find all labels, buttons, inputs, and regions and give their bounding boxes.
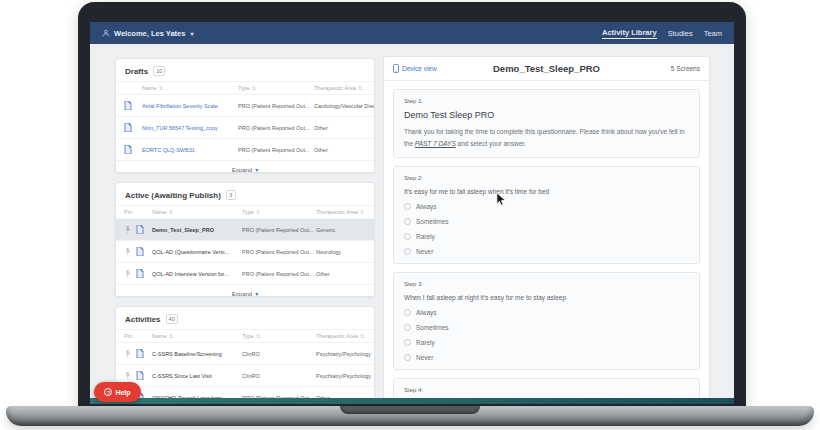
nav-links: Activity Library Studies Team: [602, 28, 722, 39]
welcome-text: Welcome, Les Yates: [114, 29, 185, 38]
radio-icon[interactable]: [404, 354, 411, 361]
activities-table-header: Pin Name⇅ Type⇅ Therapeutic Area⇅: [116, 329, 374, 342]
radio-icon[interactable]: [404, 248, 411, 255]
activity-name-link[interactable]: Atrial Fibrillation Severity Scale: [142, 103, 238, 109]
step-2-card: Step 2: It's easy for me to fall asleep …: [393, 166, 700, 264]
activity-name-link[interactable]: EORTC QLQ-SWB31: [142, 147, 238, 153]
activity-therapeutic-area: Other: [314, 147, 366, 153]
radio-icon[interactable]: [404, 203, 411, 210]
radio-icon[interactable]: [404, 339, 411, 346]
activity-therapeutic-area: Other: [316, 271, 366, 277]
col-therapeutic-area[interactable]: Therapeutic Area⇅: [314, 85, 366, 91]
radio-icon[interactable]: [404, 233, 411, 240]
drafts-table-header: Name⇅ Type⇅ Therapeutic Area⇅: [116, 81, 374, 94]
activity-name[interactable]: C-SSRS Baseline/Screening: [152, 351, 242, 357]
col-name[interactable]: Name⇅: [152, 333, 242, 339]
chevron-down-icon: ▾: [255, 166, 258, 173]
radio-icon[interactable]: [404, 309, 411, 316]
activity-type: PRO (Patient Reported Out...: [238, 147, 314, 153]
col-name[interactable]: Name⇅: [152, 209, 242, 215]
document-icon: [124, 123, 142, 132]
pin-icon[interactable]: [124, 270, 136, 278]
pin-icon[interactable]: [124, 248, 136, 256]
activity-name[interactable]: QOL-AD (Questionnaire Versi...: [152, 249, 242, 255]
activity-therapeutic-area: Neurology: [316, 249, 366, 255]
activities-count-badge: 40: [166, 314, 178, 324]
page: Welcome, Les Yates ▾ Activity Library St…: [0, 0, 820, 430]
col-name[interactable]: Name⇅: [142, 85, 238, 91]
device-view-button[interactable]: Device view: [393, 64, 493, 74]
active-title-row: Active (Awaiting Publish) 3: [116, 183, 374, 205]
activity-name[interactable]: QOL-AD Interview Version for...: [152, 271, 242, 277]
options-group: Always Sometimes Rarely Never: [404, 203, 689, 255]
user-menu[interactable]: Welcome, Les Yates ▾: [102, 29, 193, 38]
document-icon: [136, 225, 152, 234]
table-row[interactable]: C-SSRS Baseline/Screening ClinRO Psychia…: [116, 342, 374, 364]
table-row-selected[interactable]: Demo_Test_Sleep_PRO PRO (Patient Reporte…: [116, 218, 374, 240]
sort-icon: ⇅: [360, 209, 364, 215]
step-1-card: Step 1: Demo Test Sleep PRO Thank you fo…: [393, 89, 700, 158]
step-label: Step 4:: [404, 387, 689, 393]
drafts-expand-button[interactable]: Expand▾: [116, 160, 374, 173]
activity-type: PRO (Patient Reported Out...: [238, 103, 314, 109]
help-button[interactable]: ? Help: [94, 382, 141, 402]
table-row[interactable]: Atrial Fibrillation Severity Scale PRO (…: [116, 94, 374, 116]
radio-option[interactable]: Rarely: [404, 233, 689, 240]
pin-icon[interactable]: [124, 226, 136, 234]
preview-title: Demo_Test_Sleep_PRO: [493, 63, 600, 74]
sort-icon: ⇅: [169, 209, 173, 215]
radio-icon[interactable]: [404, 218, 411, 225]
col-type[interactable]: Type⇅: [242, 333, 316, 339]
step-heading: Demo Test Sleep PRO: [404, 110, 689, 120]
radio-option[interactable]: Rarely: [404, 339, 689, 346]
step-question: When I fall asleep at night it's easy fo…: [404, 294, 689, 301]
table-row[interactable]: Nitin_TUR 56547 Testing_copy PRO (Patien…: [116, 116, 374, 138]
nav-studies[interactable]: Studies: [668, 29, 693, 38]
activity-type: PRO (Patient Reported Out...: [242, 271, 316, 277]
active-card: Active (Awaiting Publish) 3 Pin Name⇅ Ty…: [115, 182, 375, 297]
radio-option[interactable]: Always: [404, 203, 689, 210]
active-expand-button[interactable]: Expand▾: [116, 284, 374, 297]
document-icon: [136, 247, 152, 256]
col-therapeutic-area[interactable]: Therapeutic Area⇅: [316, 209, 366, 215]
col-pin[interactable]: Pin: [124, 333, 136, 339]
footer-strip: [90, 398, 734, 404]
sort-icon: ⇅: [360, 333, 364, 339]
sort-icon: ⇅: [169, 333, 173, 339]
nav-activity-library[interactable]: Activity Library: [602, 28, 657, 39]
activity-name[interactable]: Demo_Test_Sleep_PRO: [152, 227, 242, 233]
pin-icon[interactable]: [124, 350, 136, 358]
activity-therapeutic-area: Cardiology/Vascular Diseases: [314, 103, 375, 109]
col-type[interactable]: Type⇅: [238, 85, 314, 91]
activities-title: Activities: [125, 315, 161, 324]
table-row[interactable]: EORTC QLQ-SWB31 PRO (Patient Reported Ou…: [116, 138, 374, 160]
step-label: Step 1:: [404, 98, 689, 104]
laptop-base-notch: [340, 406, 480, 414]
col-therapeutic-area[interactable]: Therapeutic Area⇅: [316, 333, 366, 339]
activity-type: ClinRO: [242, 351, 316, 357]
activity-name-link[interactable]: Nitin_TUR 56547 Testing_copy: [142, 125, 238, 131]
chevron-down-icon: ▾: [190, 30, 193, 37]
activities-card: Activities 40 Pin Name⇅ Type⇅ Therapeuti…: [115, 306, 375, 404]
radio-option[interactable]: Never: [404, 354, 689, 361]
radio-option[interactable]: Always: [404, 309, 689, 316]
radio-option[interactable]: Sometimes: [404, 218, 689, 225]
table-row[interactable]: QOL-AD Interview Version for... PRO (Pat…: [116, 262, 374, 284]
pin-icon[interactable]: [124, 372, 136, 380]
col-type[interactable]: Type⇅: [242, 209, 316, 215]
radio-icon[interactable]: [404, 324, 411, 331]
activity-type: PRO (Patient Reported Out...: [238, 125, 314, 131]
nav-team[interactable]: Team: [704, 29, 722, 38]
col-pin[interactable]: Pin: [124, 209, 136, 215]
emphasized-text: PAST 7 DAYS: [415, 140, 456, 147]
activity-name[interactable]: C-SSRS Since Last Visit: [152, 373, 242, 379]
document-icon: [136, 269, 152, 278]
step-label: Step 3:: [404, 281, 689, 287]
radio-option[interactable]: Sometimes: [404, 324, 689, 331]
step-question: It's easy for me to fall asleep when it'…: [404, 188, 689, 195]
activities-title-row: Activities 40: [116, 307, 374, 329]
table-row[interactable]: C-SSRS Since Last Visit ClinRO Psychiatr…: [116, 364, 374, 386]
radio-option[interactable]: Never: [404, 248, 689, 255]
active-table-header: Pin Name⇅ Type⇅ Therapeutic Area⇅: [116, 205, 374, 218]
table-row[interactable]: QOL-AD (Questionnaire Versi... PRO (Pati…: [116, 240, 374, 262]
